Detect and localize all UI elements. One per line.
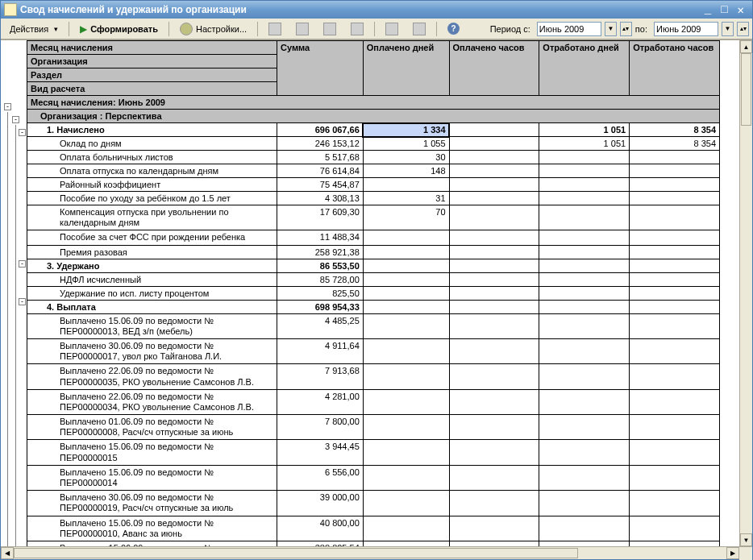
tree-toggle[interactable]: - — [4, 103, 11, 110]
cell-value — [449, 389, 539, 414]
period-from-spin[interactable]: ▴▾ — [620, 22, 632, 36]
cell-value — [539, 313, 630, 338]
group-month-row[interactable]: Месяц начисления: Июнь 2009 — [27, 96, 720, 110]
tool-button-2[interactable] — [290, 20, 314, 38]
actions-menu[interactable]: Действия — [4, 22, 64, 36]
table-row[interactable]: 1. Начислено696 067,661 3341 0518 354 — [27, 123, 720, 137]
cell-name: Выплачено 22.06.09 по ведомости № ПЕР000… — [27, 389, 277, 414]
tool-button-6[interactable] — [407, 20, 431, 38]
cell-value — [539, 440, 630, 465]
cell-value — [539, 415, 630, 440]
tool-icon — [323, 23, 336, 35]
table-row[interactable]: Премия разовая258 921,38 — [27, 245, 720, 259]
table-row[interactable]: Оплата больничных листов5 517,6830 — [27, 151, 720, 164]
table-row[interactable]: Выплачено 15.06.09 по ведомости № ПЕР000… — [27, 313, 720, 338]
period-to-dropdown[interactable]: ▼ — [722, 22, 734, 36]
cell-name: Пособие за счет ФСС при рождении ребенка — [27, 230, 277, 245]
tool-button-1[interactable] — [263, 20, 287, 38]
period-from-dropdown[interactable]: ▼ — [605, 22, 617, 36]
cell-value — [363, 364, 449, 389]
hscroll-thumb[interactable] — [14, 548, 578, 558]
table-row[interactable]: Выплачено 15.06.09 по ведомости №388 805… — [27, 541, 720, 546]
cell-value — [630, 541, 720, 546]
maximize-button[interactable]: □ — [716, 3, 732, 16]
tree-toggle[interactable]: - — [12, 116, 19, 123]
separator — [168, 22, 169, 36]
cell-value: 3 944,45 — [277, 440, 364, 465]
cell-value: 388 805,54 — [277, 541, 364, 546]
tool-button-5[interactable] — [380, 20, 404, 38]
cell-value: 4 911,64 — [277, 338, 364, 363]
cell-value — [449, 137, 539, 151]
tool-button-4[interactable] — [345, 20, 369, 38]
cell-value — [363, 389, 449, 414]
header-name-3: Вид расчета — [27, 82, 277, 96]
cell-value: 698 954,33 — [277, 300, 364, 313]
gear-icon — [180, 23, 193, 35]
scroll-left-button[interactable]: ◀ — [1, 547, 14, 559]
table-row[interactable]: Выплачено 01.06.09 по ведомости № ПЕР000… — [27, 415, 720, 440]
table-row[interactable]: Выплачено 22.06.09 по ведомости № ПЕР000… — [27, 364, 720, 389]
help-button[interactable]: ? — [442, 20, 465, 37]
table-row[interactable]: 3. Удержано86 553,50 — [27, 259, 720, 272]
period-to-input[interactable] — [654, 22, 718, 36]
vertical-scrollbar[interactable]: ▲ ▼ — [739, 40, 752, 546]
scroll-right-button[interactable]: ▶ — [726, 547, 739, 559]
cell-value — [363, 516, 449, 541]
tool-icon — [413, 23, 426, 35]
cell-value — [449, 259, 539, 272]
report-grid[interactable]: Месяц начисления Сумма Оплачено дней Опл… — [27, 40, 739, 546]
scroll-down-button[interactable]: ▼ — [740, 533, 752, 546]
table-row[interactable]: Районный коэффициент75 454,87 — [27, 178, 720, 192]
table-row[interactable]: Выплачено 30.06.09 по ведомости № ПЕР000… — [27, 491, 720, 516]
cell-value — [630, 300, 720, 313]
table-row[interactable]: Выплачено 15.06.09 по ведомости № ПЕР000… — [27, 440, 720, 465]
cell-value: 1 334 — [363, 123, 449, 137]
table-row[interactable]: Удержание по исп. листу процентом825,50 — [27, 286, 720, 300]
table-row[interactable]: Компенсация отпуска при увольнении по ка… — [27, 205, 720, 230]
table-row[interactable]: Пособие по уходу за ребёнком до 1.5 лет4… — [27, 192, 720, 205]
table-row[interactable]: Выплачено 22.06.09 по ведомости № ПЕР000… — [27, 389, 720, 414]
scroll-thumb[interactable] — [741, 53, 751, 126]
tree-toggle[interactable]: - — [19, 260, 26, 268]
group-org-row[interactable]: Организация : Перспектива — [27, 110, 720, 123]
scroll-up-button[interactable]: ▲ — [740, 40, 752, 53]
cell-value — [449, 192, 539, 205]
header-sum: Сумма — [277, 41, 364, 96]
cell-value — [539, 541, 630, 546]
cell-value: 75 454,87 — [277, 178, 364, 192]
cell-value — [449, 491, 539, 516]
table-row[interactable]: Выплачено 15.06.09 по ведомости № ПЕР000… — [27, 465, 720, 490]
cell-value — [449, 516, 539, 541]
cell-name: Удержание по исп. листу процентом — [27, 286, 277, 300]
form-button[interactable]: ▶ Сформировать — [74, 21, 164, 37]
tree-toggle[interactable]: - — [19, 298, 26, 305]
table-row[interactable]: Выплачено 30.06.09 по ведомости № ПЕР000… — [27, 338, 720, 363]
group-month-label: Месяц начисления: Июнь 2009 — [27, 96, 720, 110]
horizontal-scrollbar[interactable]: ◀ ▶ — [1, 546, 752, 559]
table-row[interactable]: НДФЛ исчисленный85 728,00 — [27, 272, 720, 286]
settings-button[interactable]: Настройки... — [174, 20, 252, 38]
cell-value: 70 — [363, 205, 449, 230]
cell-value: 31 — [363, 192, 449, 205]
header-worked-days: Отработано дней — [539, 41, 630, 96]
minimize-button[interactable]: _ — [700, 3, 716, 16]
header-name-2: Раздел — [27, 68, 277, 82]
cell-value — [449, 364, 539, 389]
close-button[interactable]: ✕ — [733, 3, 749, 17]
tree-toggle[interactable]: - — [19, 129, 26, 136]
table-row[interactable]: Выплачено 15.06.09 по ведомости № ПЕР000… — [27, 516, 720, 541]
cell-name: Выплачено 15.06.09 по ведомости № ПЕР000… — [27, 465, 277, 490]
period-from-input[interactable] — [537, 22, 601, 36]
table-row[interactable]: 4. Выплата698 954,33 — [27, 300, 720, 313]
cell-name: Выплачено 22.06.09 по ведомости № ПЕР000… — [27, 364, 277, 389]
cell-value — [449, 286, 539, 300]
table-row[interactable]: Пособие за счет ФСС при рождении ребенка… — [27, 230, 720, 245]
cell-value: 8 354 — [630, 137, 720, 151]
cell-value — [449, 178, 539, 192]
period-to-spin[interactable]: ▴▾ — [737, 22, 749, 36]
table-row[interactable]: Оплата отпуска по календарным дням76 614… — [27, 164, 720, 178]
table-row[interactable]: Оклад по дням246 153,121 0551 0518 354 — [27, 137, 720, 151]
hscroll-track[interactable] — [14, 547, 726, 559]
tool-button-3[interactable] — [318, 20, 342, 38]
